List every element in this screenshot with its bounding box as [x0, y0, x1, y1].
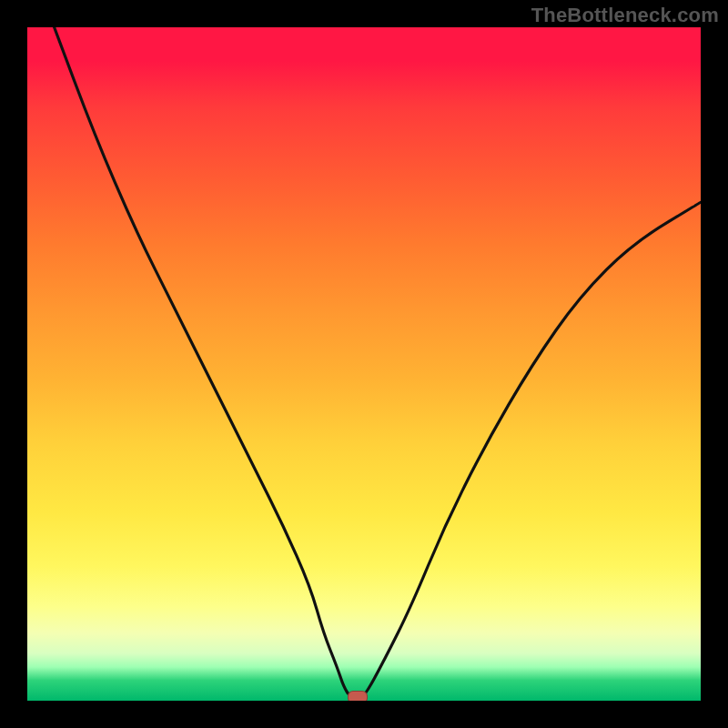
chart-frame: TheBottleneck.com: [0, 0, 728, 728]
bottleneck-curve: [27, 27, 701, 701]
minimum-marker: [348, 691, 368, 701]
plot-area: [27, 27, 701, 701]
watermark-text: TheBottleneck.com: [531, 4, 719, 27]
